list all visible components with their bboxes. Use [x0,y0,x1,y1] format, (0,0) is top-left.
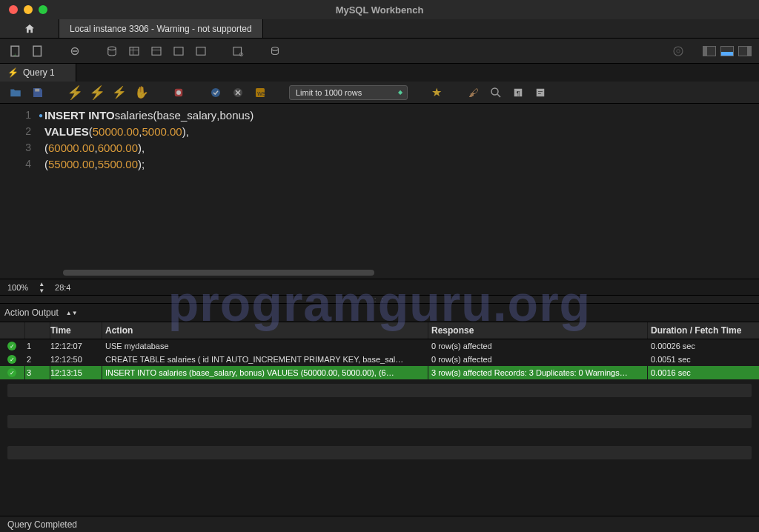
create-function-icon[interactable] [193,43,209,59]
zoom-level[interactable]: 100% [7,283,28,292]
toggle-whitespace-icon[interactable]: ws [252,84,268,101]
svg-rect-9 [233,47,242,55]
svg-text:¶: ¶ [517,89,520,96]
execute-current-icon[interactable]: ⚡ [89,84,105,101]
svg-text:ws: ws [256,89,265,96]
toggle-secondary-icon[interactable] [738,46,752,56]
svg-rect-5 [130,47,139,55]
window-title: MySQL Workbench [336,4,424,16]
editor-status-bar: 100% ▲▼ 28:4 [0,279,759,295]
horizontal-scrollbar[interactable] [63,270,374,276]
open-sql-file-icon[interactable] [30,43,46,59]
empty-row-placeholder [7,446,752,459]
search-table-data-icon[interactable] [230,43,246,59]
row-limit-select[interactable]: Limit to 1000 rows [289,85,408,100]
home-icon [24,23,36,35]
commit-icon[interactable] [208,84,224,101]
toggle-output-icon[interactable] [720,46,734,56]
svg-rect-2 [33,46,42,56]
output-column-headers: Time Action Response Duration / Fetch Ti… [0,322,759,339]
settings-gear-icon[interactable] [670,43,686,59]
svg-point-16 [176,90,181,95]
svg-rect-8 [196,47,205,55]
svg-point-12 [674,47,683,56]
output-panel-header: Action Output ▲▼ [0,304,759,322]
svg-rect-14 [35,88,39,91]
create-schema-icon[interactable] [104,43,120,59]
toggle-sidebar-icon[interactable] [703,46,716,56]
create-procedure-icon[interactable] [170,43,187,59]
title-bar: MySQL Workbench [0,0,759,19]
success-icon: ✓ [7,368,16,377]
svg-text:+: + [13,51,17,58]
editor-toolbar: ⚡ ⚡ ⚡ ✋ ws Limit to 1000 rows ★ 🖌 ¶ [0,82,759,104]
execute-icon[interactable]: ⚡ [67,84,83,101]
find-icon[interactable]: 🖌 [465,84,482,101]
lightning-icon: ⚡ [7,67,19,78]
rollback-icon[interactable] [230,84,246,101]
success-icon: ✓ [7,355,16,364]
output-row[interactable]: ✓ 112:12:07 USE mydatabase0 row(s) affec… [0,339,759,353]
connection-tab[interactable]: Local instance 3306 - Warning - not supp… [59,19,263,38]
output-panel-label[interactable]: Action Output [4,307,59,318]
inspector-icon[interactable] [67,43,83,59]
svg-point-21 [491,88,498,95]
new-sql-tab-icon[interactable]: + [7,43,24,59]
output-row[interactable]: ✓ 312:13:15 INSERT INTO salaries (base_s… [0,366,759,379]
svg-point-4 [108,47,116,50]
connection-tab-bar: Local instance 3306 - Warning - not supp… [0,19,759,39]
empty-row-placeholder [7,384,752,397]
invisible-chars-icon[interactable]: ¶ [510,84,526,101]
output-dropdown-icon[interactable]: ▲▼ [66,310,78,316]
stop-icon[interactable]: ✋ [133,84,150,101]
svg-point-13 [677,49,680,53]
zoom-stepper-icon[interactable]: ▲▼ [39,281,44,294]
search-icon[interactable] [488,84,504,101]
open-file-icon[interactable] [7,84,24,101]
output-row[interactable]: ✓ 212:12:50 CREATE TABLE salaries ( id I… [0,353,759,366]
save-file-icon[interactable] [30,84,46,101]
output-rows: ✓ 112:12:07 USE mydatabase0 row(s) affec… [0,339,759,379]
reconnect-icon[interactable] [267,43,283,59]
svg-rect-6 [152,47,161,55]
svg-rect-7 [174,47,183,55]
home-tab[interactable] [0,19,59,38]
wrap-icon[interactable] [532,84,548,101]
sql-editor[interactable]: 1234 INSERT INTO salaries (base_salary, … [0,104,759,279]
col-time[interactable]: Time [50,322,102,339]
minimize-window-button[interactable] [24,5,33,14]
status-footer: Query Completed [0,516,759,532]
svg-rect-24 [537,88,545,96]
toggle-autocommit-icon[interactable] [170,84,187,101]
beautify-icon[interactable]: ★ [428,84,445,101]
create-table-icon[interactable] [126,43,142,59]
cursor-position: 28:4 [55,283,70,292]
close-window-button[interactable] [9,5,18,14]
svg-point-17 [211,88,220,97]
line-gutter: 1234 [0,104,44,279]
main-toolbar: + [0,39,759,64]
maximize-window-button[interactable] [39,5,47,14]
col-action[interactable]: Action [102,322,428,339]
query-tab-bar: ⚡ Query 1 [0,64,759,82]
col-duration[interactable]: Duration / Fetch Time [648,322,759,339]
explain-icon[interactable]: ⚡ [111,84,127,101]
create-view-icon[interactable] [148,43,165,59]
query-tab[interactable]: ⚡ Query 1 [0,64,76,82]
panel-divider[interactable]: : : [0,295,759,304]
col-response[interactable]: Response [428,322,648,339]
success-icon: ✓ [7,342,16,350]
footer-status: Query Completed [7,519,77,530]
empty-row-placeholder [7,415,752,428]
gripper-icon: : : [374,296,385,304]
svg-point-11 [272,47,279,50]
code-area[interactable]: INSERT INTO salaries (base_salary, bonus… [44,104,759,279]
